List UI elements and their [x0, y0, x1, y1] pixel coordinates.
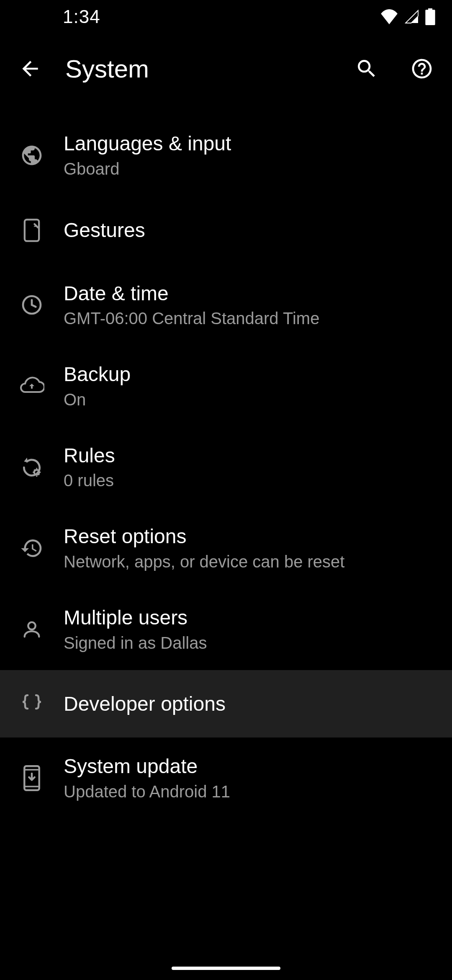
search-icon [355, 57, 378, 80]
list-item-multiple-users[interactable]: Multiple users Signed in as Dallas [0, 589, 452, 670]
list-item-subtitle: 0 rules [64, 470, 435, 491]
list-item-title: Rules [64, 444, 435, 468]
app-bar: System [0, 34, 452, 104]
svg-point-3 [28, 622, 35, 629]
list-item-backup[interactable]: Backup On [0, 346, 452, 427]
list-item-title: Date & time [64, 281, 435, 306]
list-item-gestures[interactable]: Gestures [0, 196, 452, 265]
page-title: System [65, 54, 331, 83]
list-item-text: Gestures [64, 218, 452, 242]
cloud-upload-icon [0, 376, 64, 396]
list-item-title: System update [64, 754, 435, 779]
cellular-icon [404, 9, 419, 24]
list-item-text: Multiple users Signed in as Dallas [64, 606, 452, 653]
list-item-text: System update Updated to Android 11 [64, 754, 452, 802]
status-time: 1:34 [63, 6, 100, 27]
list-item-text: Reset options Network, apps, or device c… [64, 524, 452, 572]
svg-rect-0 [25, 219, 39, 241]
list-item-text: Languages & input Gboard [64, 132, 452, 179]
svg-point-2 [34, 469, 39, 475]
status-icons [380, 8, 435, 25]
globe-icon [0, 144, 64, 167]
list-item-subtitle: Updated to Android 11 [64, 781, 435, 802]
search-button[interactable] [347, 49, 387, 89]
help-icon [410, 57, 434, 80]
list-item-text: Developer options [64, 692, 452, 716]
system-update-icon [0, 765, 64, 791]
list-item-text: Date & time GMT-06:00 Central Standard T… [64, 281, 452, 329]
list-item-subtitle: On [64, 389, 435, 410]
list-item-subtitle: Network, apps, or device can be reset [64, 551, 435, 572]
list-item-text: Rules 0 rules [64, 444, 452, 491]
clock-icon [0, 293, 64, 317]
list-item-reset-options[interactable]: Reset options Network, apps, or device c… [0, 508, 452, 589]
list-item-system-update[interactable]: System update Updated to Android 11 [0, 738, 452, 819]
list-item-title: Developer options [64, 692, 435, 716]
arrow-back-icon [18, 57, 42, 80]
list-item-title: Reset options [64, 524, 435, 549]
battery-icon [425, 8, 435, 25]
list-item-title: Backup [64, 362, 435, 387]
list-item-title: Gestures [64, 218, 435, 242]
list-item-title: Multiple users [64, 606, 435, 630]
rules-icon [0, 456, 64, 479]
list-item-text: Backup On [64, 362, 452, 410]
gesture-nav-handle[interactable] [172, 967, 280, 970]
gesture-icon [0, 218, 64, 243]
help-button[interactable] [402, 49, 442, 89]
braces-icon [0, 693, 64, 714]
list-item-rules[interactable]: Rules 0 rules [0, 427, 452, 508]
list-item-title: Languages & input [64, 132, 435, 156]
person-icon [0, 619, 64, 640]
status-bar: 1:34 [0, 0, 452, 34]
settings-list: Languages & input Gboard Gestures Date &… [0, 104, 452, 819]
list-item-developer-options[interactable]: Developer options [0, 670, 452, 738]
restore-icon [0, 536, 64, 560]
list-item-subtitle: Signed in as Dallas [64, 632, 435, 653]
wifi-icon [380, 9, 398, 24]
list-item-subtitle: GMT-06:00 Central Standard Time [64, 308, 435, 329]
list-item-languages-input[interactable]: Languages & input Gboard [0, 115, 452, 196]
list-item-date-time[interactable]: Date & time GMT-06:00 Central Standard T… [0, 265, 452, 346]
list-item-subtitle: Gboard [64, 158, 435, 179]
back-button[interactable] [10, 49, 50, 89]
